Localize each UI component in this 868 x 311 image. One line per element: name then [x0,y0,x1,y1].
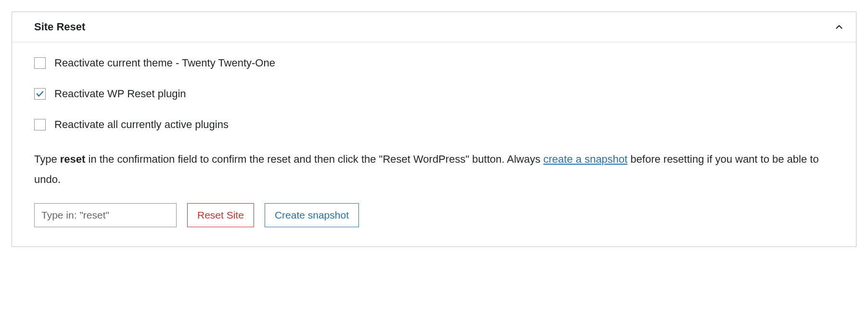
instructions-pre: Type [34,153,60,165]
actions-row: Reset Site Create snapshot [34,203,834,227]
checkbox-label[interactable]: Reactivate all currently active plugins [54,118,229,131]
instructions-keyword: reset [60,153,86,165]
checkbox-reactivate-all-plugins[interactable] [34,119,46,130]
checkbox-label[interactable]: Reactivate WP Reset plugin [54,88,186,100]
panel-header[interactable]: Site Reset [12,12,856,42]
checkbox-reactivate-theme[interactable] [34,57,46,69]
site-reset-panel: Site Reset Reactivate current theme - Tw… [12,12,856,247]
checkbox-reactivate-wp-reset[interactable] [34,88,46,100]
option-reactivate-wp-reset: Reactivate WP Reset plugin [34,88,834,100]
panel-body: Reactivate current theme - Twenty Twenty… [12,42,856,246]
instructions-text: Type reset in the confirmation field to … [34,149,834,190]
chevron-up-icon [834,22,844,32]
instructions-mid: in the confirmation field to confirm the… [85,153,543,165]
create-snapshot-link[interactable]: create a snapshot [543,153,627,165]
panel-title: Site Reset [34,21,85,33]
confirm-input[interactable] [34,203,177,227]
option-reactivate-all-plugins: Reactivate all currently active plugins [34,118,834,131]
reset-site-button[interactable]: Reset Site [187,203,254,227]
checkbox-label[interactable]: Reactivate current theme - Twenty Twenty… [54,57,275,69]
option-reactivate-theme: Reactivate current theme - Twenty Twenty… [34,57,834,69]
create-snapshot-button[interactable]: Create snapshot [265,203,359,227]
